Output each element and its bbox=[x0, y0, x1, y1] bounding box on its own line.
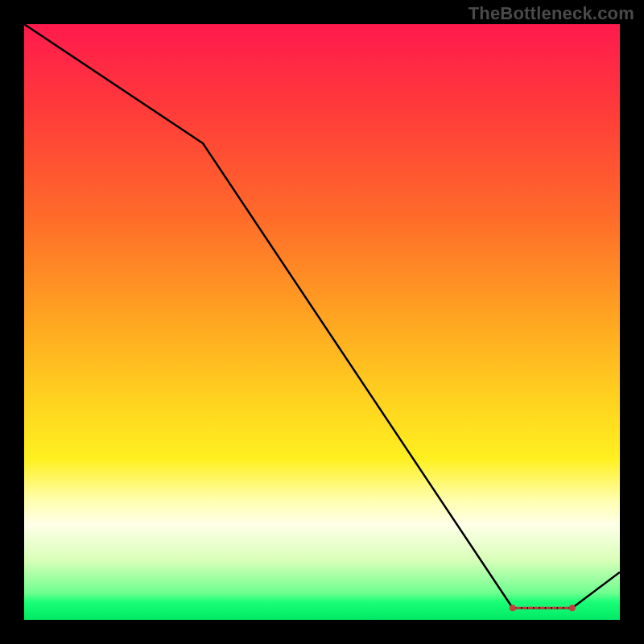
chart-overlay bbox=[24, 24, 620, 620]
watermark-text: TheBottleneck.com bbox=[469, 3, 634, 24]
trough-marker-dot bbox=[510, 605, 516, 611]
chart-frame: TheBottleneck.com bbox=[0, 0, 644, 644]
curve-line bbox=[24, 24, 620, 608]
curve-group bbox=[24, 24, 620, 608]
trough-marker-group bbox=[510, 605, 576, 611]
trough-marker-dot bbox=[569, 605, 576, 611]
plot-area bbox=[24, 24, 620, 620]
